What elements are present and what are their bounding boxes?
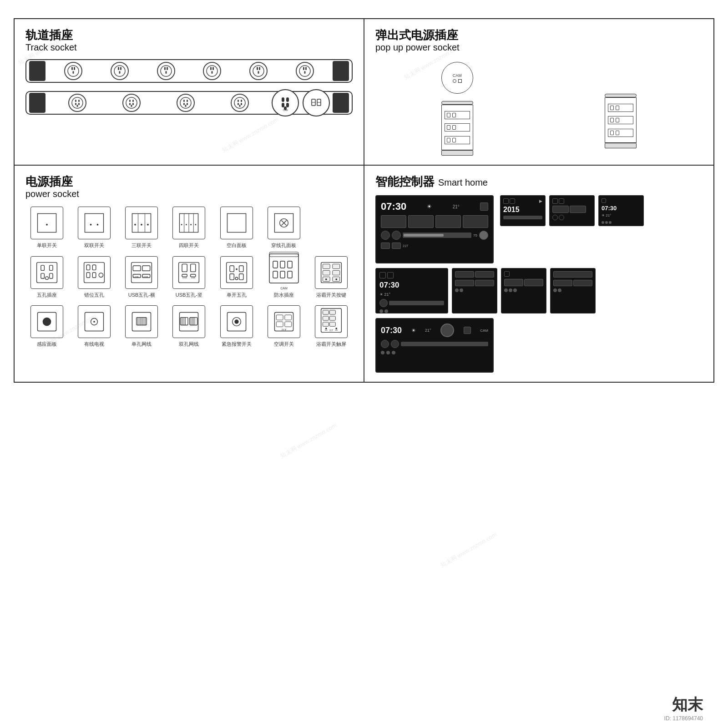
sp1-btn-1[interactable]: [552, 206, 569, 213]
panel-btn-3[interactable]: [435, 215, 461, 228]
svg-rect-45: [238, 103, 239, 105]
svg-rect-1: [71, 67, 73, 70]
svg-rect-33: [129, 103, 131, 105]
socket-item-cable-tv: 有线电视: [73, 305, 116, 347]
svg-rect-38: [187, 100, 188, 102]
slot-hole-6: [452, 138, 456, 142]
p2015-bar: [503, 216, 542, 219]
smart-panel-2015: ▶ 2015: [500, 195, 546, 226]
plarge2-knob-1[interactable]: [381, 340, 389, 348]
track-bar-1: [25, 59, 353, 83]
plarge2-icon: [464, 327, 471, 334]
svg-rect-3: [72, 71, 74, 74]
socket-item-ac-switch: 21T 空调开关: [263, 305, 305, 347]
panel-75: 75: [473, 233, 477, 238]
spb3-dot-2: [558, 288, 561, 292]
slot-hole-2: [452, 113, 456, 117]
svg-rect-13: [210, 67, 212, 70]
panel-knob-2[interactable]: [392, 231, 401, 240]
track-socket-section: 轨道插座 Track socket: [14, 19, 364, 165]
socket-item-usb-h: USB USB USB五孔-横: [120, 256, 163, 298]
p730-2-icons: [379, 272, 394, 278]
spb2-btn-2[interactable]: [524, 279, 543, 286]
svg-rect-92: [92, 273, 96, 278]
svg-rect-15: [212, 71, 213, 74]
p730-2-knob[interactable]: [379, 299, 388, 307]
small-panel-row-1: ▶ 2015: [500, 195, 644, 226]
spb1-btn-4[interactable]: [475, 280, 494, 286]
svg-rect-31: [129, 100, 131, 102]
panel-mini-btn-2[interactable]: [392, 243, 401, 249]
track-bar-line-1: [46, 62, 333, 80]
panel-knob-1[interactable]: [381, 231, 390, 240]
plarge2-knob[interactable]: [440, 324, 454, 337]
svg-text:USB: USB: [182, 277, 187, 279]
track-end-left-1: [29, 61, 46, 81]
track-socket-3: [157, 62, 175, 80]
spb1-btn-1[interactable]: [455, 271, 474, 278]
triple-switch-box: [125, 207, 158, 239]
panel-time: 07:30: [381, 201, 406, 212]
spb3-buttons-2: [553, 280, 592, 286]
empty-box: [315, 207, 348, 239]
smart-panel-row-3: 07:30 ☀ 21° CAM: [375, 318, 703, 373]
svg-point-74: [186, 224, 187, 226]
svg-rect-164: [276, 322, 283, 327]
spb2-btn-1[interactable]: [504, 279, 523, 286]
sp1-knob-2[interactable]: [559, 215, 564, 220]
track-socket-5h-1: [68, 94, 86, 112]
popup-open-body: [605, 97, 637, 143]
double-switch-label: 双联开关: [84, 242, 104, 248]
spb3-btn-3[interactable]: [573, 280, 592, 286]
svg-text:USB: USB: [134, 276, 139, 278]
svg-rect-39: [183, 103, 185, 105]
panel-btn-1[interactable]: [381, 215, 406, 228]
svg-rect-126: [333, 264, 340, 268]
popup-open-slot-3: [608, 129, 633, 137]
socket-item-5hole: 五孔插座: [25, 256, 68, 298]
sp1-knob-1[interactable]: [552, 215, 558, 220]
svg-rect-11: [165, 71, 167, 74]
plarge2-knob-2[interactable]: [391, 340, 399, 348]
track-socket-6: [296, 62, 314, 80]
spb1-btn-2[interactable]: [475, 271, 494, 278]
quad-switch-box: [172, 207, 205, 239]
svg-rect-17: [257, 67, 258, 70]
panel-controls-row: 75: [381, 231, 488, 240]
track-end-left-2: [29, 93, 46, 113]
offset-5hole-box: [78, 256, 111, 289]
svg-rect-128: [333, 270, 340, 275]
usb-v-label: USB五孔-竖: [176, 292, 202, 298]
spb2-icons: [504, 271, 543, 277]
svg-rect-2: [74, 67, 75, 70]
smart-panel-time-1: 07:30 ☀ 21°: [598, 195, 644, 226]
cam-btn-2: [458, 79, 462, 83]
svg-rect-117: [273, 261, 278, 268]
main-container: 轨道插座 Track socket: [14, 18, 714, 383]
svg-rect-103: [191, 264, 196, 272]
socket-item-quad-switch: 四联开关: [167, 207, 210, 248]
sp1-buttons: [552, 206, 592, 213]
panel-mini-btn-1[interactable]: [381, 243, 390, 249]
svg-rect-22: [305, 67, 307, 70]
panel-btn-4[interactable]: [463, 215, 488, 228]
panel-temp: 21°: [453, 204, 460, 209]
open-hole-3: [610, 118, 614, 122]
panel-knob-3[interactable]: [479, 231, 488, 240]
spb1-btn-3[interactable]: [455, 280, 474, 286]
spb1-dot-2: [460, 288, 463, 292]
bath-touch-box: 21T: [315, 305, 348, 338]
panel-btn-2[interactable]: [408, 215, 434, 228]
power-socket-section: 电源插座 power socket 单联开关: [14, 165, 364, 382]
spt1-dots: [602, 221, 641, 224]
p2015-arrow: ▶: [539, 199, 542, 203]
svg-rect-118: [280, 261, 285, 268]
popup-slot-1: [445, 111, 470, 119]
svg-text:USB: USB: [143, 276, 148, 278]
spb3-btn-2[interactable]: [553, 280, 572, 286]
svg-rect-101: [179, 262, 199, 283]
spb3-btn-1[interactable]: [553, 271, 592, 278]
panel-bottom-row: 21T: [381, 243, 488, 249]
sp1-btn-2[interactable]: [570, 206, 586, 213]
spt1-sun: ☀ 21°: [602, 213, 641, 217]
